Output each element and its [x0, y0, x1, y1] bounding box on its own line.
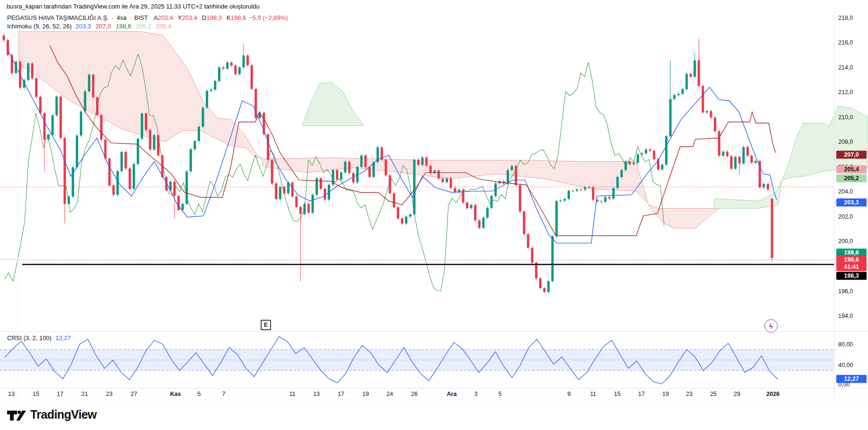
price-axis-label: 194,0	[838, 313, 853, 319]
candle-body	[251, 65, 253, 89]
candle-body	[677, 94, 680, 96]
tradingview-chart-page: busra_kapan tarafından TradingView.com i…	[0, 0, 868, 430]
time-axis-label: 25	[710, 391, 717, 397]
candle-body	[685, 74, 688, 89]
candle-body	[604, 197, 606, 202]
time-axis-label: 26	[411, 391, 418, 397]
tradingview-logo[interactable]: TradingView	[7, 408, 96, 421]
price-axis-label: 80,00	[838, 341, 853, 348]
candle-body	[31, 63, 34, 78]
time-axis-label: 2026	[766, 391, 780, 397]
ichimoku-cloud-pink-left	[19, 32, 263, 159]
candle-body	[450, 178, 452, 188]
interval-label[interactable]: 4sa	[116, 14, 126, 21]
time-axis-label: 11	[590, 391, 596, 397]
candle-body	[312, 195, 314, 213]
ichimoku-cloud-pink-low	[648, 205, 719, 228]
candle-body	[137, 139, 139, 164]
candle-body	[35, 78, 37, 97]
tradingview-logo-icon	[7, 408, 26, 421]
candle-body	[714, 117, 716, 131]
candle-body	[701, 86, 704, 113]
candle-body	[344, 162, 346, 173]
candle-body	[214, 81, 216, 89]
time-axis-label: 19	[662, 391, 669, 397]
candle-body	[47, 135, 50, 140]
candle-body	[218, 67, 220, 81]
candle-body	[746, 147, 749, 156]
crsi-label[interactable]: CRSI (3, 2, 100)	[7, 334, 52, 342]
ichimoku-label[interactable]: Ichimoku (9, 26, 52, 26)	[7, 23, 72, 30]
candle-body	[734, 157, 736, 169]
candle-body	[612, 188, 614, 199]
candle-body	[68, 197, 70, 204]
price-axis-label: 214,0	[838, 64, 853, 71]
candle-body	[108, 158, 111, 185]
symbol-title[interactable]: PEGASUS HAVA TAŞIMACILIĞI A.Ş.	[7, 14, 109, 21]
time-axis-label: 7	[222, 391, 226, 397]
candle-body	[149, 130, 151, 150]
candle-body	[507, 170, 509, 184]
price-tag-198_3: 198,3	[836, 272, 867, 280]
candle-body	[303, 204, 306, 214]
candle-body	[360, 156, 363, 167]
candle-body	[446, 178, 448, 182]
tradingview-logo-text: TradingView	[30, 408, 96, 421]
candle-body	[560, 201, 562, 201]
candle-body	[88, 75, 90, 91]
price-tag-203_3: 203,3	[836, 199, 867, 207]
candle-body	[165, 177, 167, 190]
candle-body	[531, 248, 534, 263]
candle-body	[710, 111, 712, 118]
candle-body	[124, 152, 127, 168]
candle-body	[52, 115, 54, 135]
candle-body	[60, 97, 62, 138]
legend-separator: ·	[129, 14, 131, 21]
time-axis-label: 23	[106, 391, 113, 397]
exchange-label: BIST	[134, 14, 148, 21]
candle-body	[738, 157, 741, 164]
candle-body	[3, 35, 5, 41]
ichimoku-values: 203,3207,0198,6205,2205,4	[76, 23, 172, 30]
candle-body	[234, 66, 237, 74]
candle-body	[547, 281, 550, 292]
time-axis-label: 17	[338, 391, 344, 397]
candle-body	[157, 135, 159, 156]
price-axis-label: 218,0	[838, 15, 853, 21]
candle-body	[543, 288, 545, 292]
candle-body	[535, 263, 537, 278]
candle-body	[222, 67, 225, 69]
candle-body	[206, 91, 208, 108]
candle-body	[401, 219, 403, 224]
candle-body	[417, 160, 420, 165]
time-axis-label: 13	[313, 391, 320, 397]
candle-body	[267, 134, 269, 160]
candle-body	[682, 89, 684, 94]
candle-body	[80, 112, 82, 136]
time-axis-label: 23	[686, 391, 693, 397]
candle-body	[608, 197, 611, 199]
candle-body	[291, 183, 294, 196]
candle-body	[718, 132, 720, 156]
crsi-legend: CRSI (3, 2, 100) 12,27	[7, 334, 70, 342]
candle-body	[563, 199, 566, 201]
candle-body	[482, 218, 484, 228]
candle-body	[92, 75, 95, 97]
candle-body	[690, 74, 692, 77]
price-tag-205_2: 205,2	[836, 175, 867, 183]
candle-body	[397, 207, 399, 219]
candle-body	[340, 172, 342, 179]
time-axis-label: Kas	[170, 391, 181, 397]
candle-body	[580, 189, 582, 190]
earnings-marker-icon[interactable]: E	[261, 320, 271, 330]
candle-body	[592, 187, 594, 200]
candle-body	[629, 161, 631, 164]
candle-body	[173, 182, 175, 196]
candle-body	[632, 163, 635, 164]
flash-lightning-icon[interactable]: ϟ	[764, 319, 778, 333]
candle-body	[572, 191, 574, 191]
main-chart-canvas[interactable]	[0, 0, 868, 430]
ohlc-values: A203,4Y203,4D198,3K198,6	[154, 14, 246, 21]
candle-body	[63, 138, 66, 204]
ichimoku-value-1: 207,0	[96, 23, 111, 30]
